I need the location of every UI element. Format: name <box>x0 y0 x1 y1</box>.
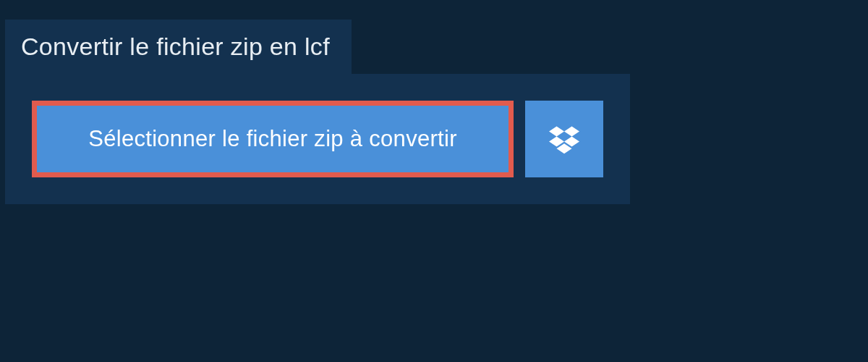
select-file-button[interactable]: Sélectionner le fichier zip à convertir <box>32 101 514 177</box>
page-title-bar: Convertir le fichier zip en lcf <box>5 20 352 74</box>
conversion-panel: Sélectionner le fichier zip à convertir <box>5 74 630 204</box>
button-row: Sélectionner le fichier zip à convertir <box>32 101 603 177</box>
dropbox-icon <box>549 124 579 154</box>
page-title: Convertir le fichier zip en lcf <box>21 33 330 61</box>
select-file-label: Sélectionner le fichier zip à convertir <box>88 126 457 152</box>
dropbox-button[interactable] <box>525 101 603 177</box>
